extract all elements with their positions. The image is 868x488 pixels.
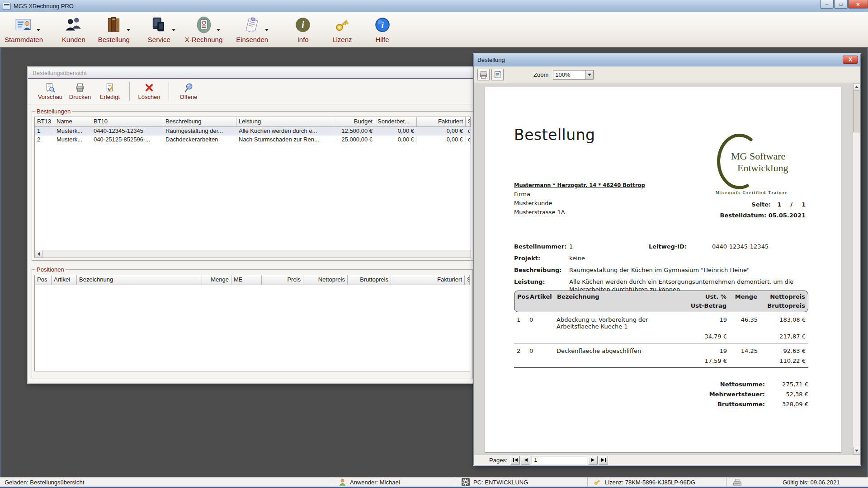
cell-status: o: [466, 136, 471, 144]
field-row: Beschreibung: Raumgestaltung der Küchen …: [514, 266, 812, 274]
items-header-nettopreis: Nettopreis: [757, 293, 805, 300]
datum-value: 05.05.2021: [769, 212, 806, 219]
pin-icon: [184, 83, 193, 93]
books-icon: [104, 15, 123, 34]
column-header[interactable]: Leistung: [236, 117, 333, 127]
erledigt-button[interactable]: Erledigt: [95, 80, 125, 102]
page-number-input[interactable]: [532, 456, 587, 464]
previous-page-button[interactable]: [521, 456, 530, 465]
scroll-down-icon[interactable]: [853, 447, 860, 455]
first-page-icon: [513, 458, 518, 462]
cell-fakturiert: 0,00 €: [417, 136, 466, 144]
column-header[interactable]: Name: [54, 117, 91, 127]
chevron-down-icon[interactable]: [585, 70, 593, 79]
cell-bt13: 2: [35, 136, 54, 144]
minimize-button[interactable]: –: [820, 0, 834, 9]
column-header[interactable]: Bruttopreis: [348, 275, 391, 285]
bestellungsuebersicht-toolbar: Vorschau Drucken Erledigt Löschen Offene: [28, 79, 475, 104]
offene-button[interactable]: Offene: [174, 80, 203, 102]
bestellungsuebersicht-titlebar[interactable]: Bestellungsübersicht: [28, 67, 475, 79]
maximize-button[interactable]: □: [834, 0, 848, 9]
devices-icon: [150, 15, 169, 34]
logo-line1: MG Software: [731, 150, 788, 162]
close-icon[interactable]: X: [843, 56, 858, 64]
help-circle-icon: i: [373, 15, 392, 34]
column-header[interactable]: Artikel: [52, 275, 77, 285]
item-ust: 19: [689, 347, 727, 354]
document-page: Bestellung MG Software Entwicklung Micro…: [485, 87, 841, 453]
scrollbar-track[interactable]: [42, 250, 471, 258]
page-current: 1: [777, 201, 781, 208]
toolbar-button-kunden[interactable]: Kunden: [62, 15, 85, 43]
page-total: 1: [802, 201, 806, 208]
loeschen-button[interactable]: Löschen: [134, 80, 164, 102]
print-setup-button[interactable]: [491, 69, 504, 80]
datum-label: Bestelldatum:: [720, 212, 767, 219]
toolbar-label: Löschen: [138, 94, 160, 100]
invoice-badge-icon: [194, 15, 213, 34]
cell-beschreibung: Raumgestaltung der...: [163, 127, 236, 136]
scroll-left-icon[interactable]: [35, 250, 42, 258]
item-bezeichnung: Abdeckung u. Vorbereitung der Arbeitsfla…: [557, 316, 689, 330]
column-header[interactable]: Bezeichnung: [77, 275, 202, 285]
item-pos: 1: [517, 316, 529, 330]
toolbar-button-stammdaten[interactable]: Stammdaten: [5, 15, 43, 43]
zoom-dropdown[interactable]: 100%: [553, 70, 594, 80]
column-header[interactable]: Nettopreis: [303, 275, 348, 285]
bestellungen-groupbox: Bestellungen BT13 Name BT10 Beschreibung…: [32, 108, 474, 261]
column-header[interactable]: Preis: [262, 275, 303, 285]
column-header[interactable]: BT10: [91, 117, 163, 127]
toolbar-button-lizenz[interactable]: Lizenz: [332, 15, 352, 43]
first-page-button[interactable]: [510, 456, 520, 465]
column-header[interactable]: ME: [231, 275, 262, 285]
field-value: 1: [569, 243, 649, 250]
horizontal-scrollbar[interactable]: [35, 250, 471, 258]
item-bruttopreis: 110,22 €: [758, 357, 806, 364]
toolbar-button-service[interactable]: Service: [148, 15, 170, 43]
vertical-scrollbar[interactable]: [853, 83, 860, 455]
pages-navigation-bar: Pages:: [474, 455, 860, 465]
next-page-button[interactable]: [588, 456, 598, 465]
cell-name: Musterk...: [54, 127, 91, 136]
items-table: Pos Artikel Bezeichnung Ust. % Menge Net…: [514, 291, 808, 409]
scroll-up-icon[interactable]: [853, 83, 860, 91]
column-header[interactable]: Beschreibung: [163, 117, 236, 127]
item-menge: 14,25: [727, 347, 758, 354]
pc-text: PC: ENTWICKLUNG: [473, 479, 528, 486]
toolbar-button-info[interactable]: i Info: [293, 15, 312, 43]
people-icon: [64, 15, 83, 34]
toolbar-button-hilfe[interactable]: i Hilfe: [373, 15, 392, 43]
column-header[interactable]: Menge: [202, 275, 231, 285]
dropdown-arrow-icon: [37, 29, 40, 31]
vorschau-button[interactable]: Vorschau: [35, 80, 65, 102]
items-header-ust-betrag: Ust-Betrag: [689, 302, 726, 309]
loaded-text: Geladen: Bestellungsübersicht: [5, 479, 84, 486]
column-header[interactable]: Sonderbet...: [375, 117, 417, 127]
item-ust: 19: [689, 316, 727, 330]
print-button[interactable]: [477, 69, 490, 80]
toolbar-button-x-rechnung[interactable]: X-Rechnung: [185, 15, 222, 43]
bestellungsuebersicht-window: Bestellungsübersicht Vorschau Drucken Er…: [28, 67, 475, 383]
column-header[interactable]: Status: [465, 275, 470, 285]
column-header[interactable]: Fakturiert: [417, 117, 466, 127]
drucken-button[interactable]: Drucken: [65, 80, 95, 102]
recipient-line: Firma: [514, 191, 645, 197]
toolbar-button-einsenden[interactable]: Einsenden: [236, 15, 268, 43]
seite-label: Seite:: [751, 201, 771, 208]
column-header[interactable]: BT13: [35, 117, 54, 127]
license-text: Lizenz: 78KM-5896-KJ85LP-96DG: [605, 479, 695, 486]
toolbar-button-bestellung[interactable]: Bestellung: [98, 15, 130, 43]
logo-subtitle: Microsoft Certified Trainer: [716, 190, 788, 195]
table-row[interactable]: 1 Musterk... 0440-12345-12345 Raumgestal…: [35, 127, 471, 136]
close-button[interactable]: ×: [848, 0, 868, 9]
bestellung-titlebar[interactable]: Bestellung X: [474, 54, 860, 66]
svg-text:i: i: [381, 20, 384, 30]
scrollbar-thumb[interactable]: [853, 91, 860, 132]
column-header[interactable]: Budget: [333, 117, 375, 127]
column-header[interactable]: Pos: [35, 275, 52, 285]
column-header[interactable]: Fakturiert: [391, 275, 465, 285]
table-row[interactable]: 2 Musterk... 040-25125-852596-... Dachde…: [35, 136, 471, 144]
column-header[interactable]: S: [466, 117, 471, 127]
last-page-button[interactable]: [599, 456, 608, 465]
bestellung-window: Bestellung X Zoom 100% Bestellung: [473, 54, 861, 465]
